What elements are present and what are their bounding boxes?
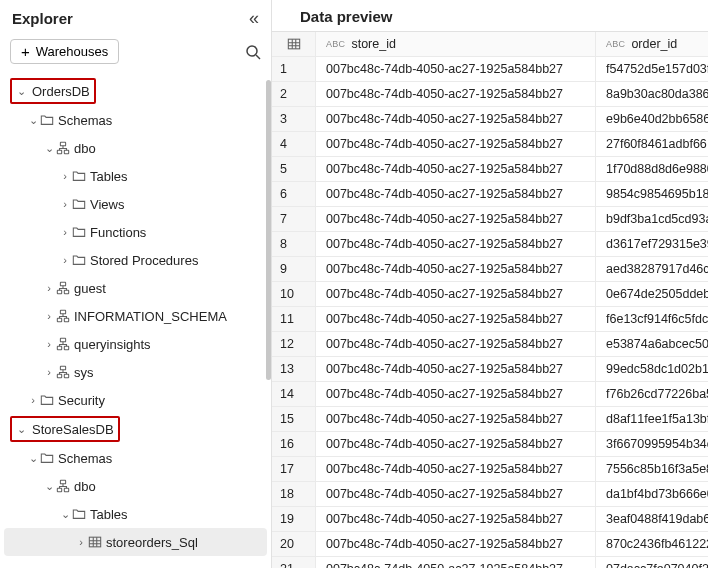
column-header-store-id[interactable]: ABC store_id <box>316 32 596 56</box>
table-row[interactable]: 7007bc48c-74db-4050-ac27-1925a584bb27b9d… <box>272 207 708 232</box>
cell-store-id[interactable]: 007bc48c-74db-4050-ac27-1925a584bb27 <box>316 57 596 81</box>
tree-node-tables[interactable]: › Tables <box>4 162 267 190</box>
cell-order-id[interactable]: aed38287917d46c0 <box>596 257 708 281</box>
tree-node-functions[interactable]: › Functions <box>4 218 267 246</box>
cell-store-id[interactable]: 007bc48c-74db-4050-ac27-1925a584bb27 <box>316 482 596 506</box>
cell-order-id[interactable]: da1bf4bd73b666e0 <box>596 482 708 506</box>
table-row[interactable]: 8007bc48c-74db-4050-ac27-1925a584bb27d36… <box>272 232 708 257</box>
cell-store-id[interactable]: 007bc48c-74db-4050-ac27-1925a584bb27 <box>316 557 596 568</box>
cell-store-id[interactable]: 007bc48c-74db-4050-ac27-1925a584bb27 <box>316 307 596 331</box>
cell-order-id[interactable]: 27f60f8461adbf66 <box>596 132 708 156</box>
cell-store-id[interactable]: 007bc48c-74db-4050-ac27-1925a584bb27 <box>316 507 596 531</box>
table-icon <box>287 37 301 51</box>
cell-order-id[interactable]: 99edc58dc1d02b11 <box>596 357 708 381</box>
table-row[interactable]: 5007bc48c-74db-4050-ac27-1925a584bb271f7… <box>272 157 708 182</box>
table-row[interactable]: 6007bc48c-74db-4050-ac27-1925a584bb27985… <box>272 182 708 207</box>
tree-node-queryinsights[interactable]: › queryinsights <box>4 330 267 358</box>
table-row[interactable]: 20007bc48c-74db-4050-ac27-1925a584bb2787… <box>272 532 708 557</box>
table-row[interactable]: 3007bc48c-74db-4050-ac27-1925a584bb27e9b… <box>272 107 708 132</box>
table-row[interactable]: 18007bc48c-74db-4050-ac27-1925a584bb27da… <box>272 482 708 507</box>
table-row[interactable]: 13007bc48c-74db-4050-ac27-1925a584bb2799… <box>272 357 708 382</box>
explorer-toolbar: + Warehouses <box>0 35 271 74</box>
tree-node-storesalesdb[interactable]: StoreSalesDB <box>32 422 114 437</box>
cell-store-id[interactable]: 007bc48c-74db-4050-ac27-1925a584bb27 <box>316 232 596 256</box>
cell-store-id[interactable]: 007bc48c-74db-4050-ac27-1925a584bb27 <box>316 332 596 356</box>
chevron-down-icon: ⌄ <box>26 114 40 127</box>
row-number: 14 <box>272 382 316 406</box>
tree-node-schemas-2[interactable]: ⌄ Schemas <box>4 444 267 472</box>
tree-node-dbo-2[interactable]: ⌄ dbo <box>4 472 267 500</box>
cell-store-id[interactable]: 007bc48c-74db-4050-ac27-1925a584bb27 <box>316 282 596 306</box>
tree-node-tables-2[interactable]: ⌄ Tables <box>4 500 267 528</box>
cell-store-id[interactable]: 007bc48c-74db-4050-ac27-1925a584bb27 <box>316 357 596 381</box>
tree-node-schemas[interactable]: ⌄ Schemas <box>4 106 267 134</box>
cell-store-id[interactable]: 007bc48c-74db-4050-ac27-1925a584bb27 <box>316 532 596 556</box>
cell-order-id[interactable]: d3617ef729315e39 <box>596 232 708 256</box>
cell-order-id[interactable]: f76b26cd77226ba5 <box>596 382 708 406</box>
cell-order-id[interactable]: f54752d5e157d03f6 <box>596 57 708 81</box>
schema-icon <box>56 479 70 493</box>
tree-node-stored-procedures[interactable]: › Stored Procedures <box>4 246 267 274</box>
row-header-corner[interactable] <box>272 32 316 56</box>
cell-store-id[interactable]: 007bc48c-74db-4050-ac27-1925a584bb27 <box>316 207 596 231</box>
tree-node-ordersdb[interactable]: OrdersDB <box>32 84 90 99</box>
cell-store-id[interactable]: 007bc48c-74db-4050-ac27-1925a584bb27 <box>316 432 596 456</box>
cell-store-id[interactable]: 007bc48c-74db-4050-ac27-1925a584bb27 <box>316 132 596 156</box>
tree-node-views[interactable]: › Views <box>4 190 267 218</box>
row-number: 13 <box>272 357 316 381</box>
cell-order-id[interactable]: e9b6e40d2bb65861 <box>596 107 708 131</box>
cell-order-id[interactable]: e53874a6abcec503 <box>596 332 708 356</box>
tree-node-sys[interactable]: › sys <box>4 358 267 386</box>
cell-order-id[interactable]: 07dacc7fe07040f20 <box>596 557 708 568</box>
cell-store-id[interactable]: 007bc48c-74db-4050-ac27-1925a584bb27 <box>316 182 596 206</box>
svg-rect-13 <box>64 346 68 350</box>
tree-node-information-schema[interactable]: › INFORMATION_SCHEMA <box>4 302 267 330</box>
cell-store-id[interactable]: 007bc48c-74db-4050-ac27-1925a584bb27 <box>316 382 596 406</box>
collapse-panel-icon[interactable]: « <box>249 8 259 29</box>
cell-order-id[interactable]: 1f70d88d8d6e9880 <box>596 157 708 181</box>
table-row[interactable]: 15007bc48c-74db-4050-ac27-1925a584bb27d8… <box>272 407 708 432</box>
tree-node-guest[interactable]: › guest <box>4 274 267 302</box>
cell-order-id[interactable]: 8a9b30ac80da3860 <box>596 82 708 106</box>
cell-order-id[interactable]: 9854c9854695b185 <box>596 182 708 206</box>
cell-store-id[interactable]: 007bc48c-74db-4050-ac27-1925a584bb27 <box>316 82 596 106</box>
chevron-down-icon[interactable]: ⌄ <box>14 85 28 98</box>
search-icon[interactable] <box>245 44 261 60</box>
cell-order-id[interactable]: f6e13cf914f6c5fdcb <box>596 307 708 331</box>
chevron-down-icon: ⌄ <box>58 508 72 521</box>
table-row[interactable]: 12007bc48c-74db-4050-ac27-1925a584bb27e5… <box>272 332 708 357</box>
table-row[interactable]: 16007bc48c-74db-4050-ac27-1925a584bb273f… <box>272 432 708 457</box>
cell-store-id[interactable]: 007bc48c-74db-4050-ac27-1925a584bb27 <box>316 257 596 281</box>
cell-order-id[interactable]: b9df3ba1cd5cd93a <box>596 207 708 231</box>
table-row[interactable]: 21007bc48c-74db-4050-ac27-1925a584bb2707… <box>272 557 708 568</box>
table-row[interactable]: 10007bc48c-74db-4050-ac27-1925a584bb270e… <box>272 282 708 307</box>
table-row[interactable]: 4007bc48c-74db-4050-ac27-1925a584bb2727f… <box>272 132 708 157</box>
row-number: 10 <box>272 282 316 306</box>
cell-store-id[interactable]: 007bc48c-74db-4050-ac27-1925a584bb27 <box>316 107 596 131</box>
cell-order-id[interactable]: 0e674de2505ddeb <box>596 282 708 306</box>
add-warehouses-button[interactable]: + Warehouses <box>10 39 119 64</box>
cell-order-id[interactable]: 3eaf0488f419dab6 <box>596 507 708 531</box>
table-row[interactable]: 9007bc48c-74db-4050-ac27-1925a584bb27aed… <box>272 257 708 282</box>
table-row[interactable]: 19007bc48c-74db-4050-ac27-1925a584bb273e… <box>272 507 708 532</box>
tree-node-dbo[interactable]: ⌄ dbo <box>4 134 267 162</box>
column-header-order-id[interactable]: ABC order_id <box>596 32 708 56</box>
row-number: 16 <box>272 432 316 456</box>
tree-node-storeorders-sql[interactable]: › storeorders_Sql <box>4 528 267 556</box>
scrollbar[interactable] <box>266 80 271 380</box>
table-row[interactable]: 2007bc48c-74db-4050-ac27-1925a584bb278a9… <box>272 82 708 107</box>
chevron-right-icon: › <box>42 366 56 378</box>
table-row[interactable]: 1007bc48c-74db-4050-ac27-1925a584bb27f54… <box>272 57 708 82</box>
cell-order-id[interactable]: 7556c85b16f3a5e8 <box>596 457 708 481</box>
cell-order-id[interactable]: 870c2436fb461222 <box>596 532 708 556</box>
table-row[interactable]: 11007bc48c-74db-4050-ac27-1925a584bb27f6… <box>272 307 708 332</box>
tree-node-security[interactable]: › Security <box>4 386 267 414</box>
table-row[interactable]: 14007bc48c-74db-4050-ac27-1925a584bb27f7… <box>272 382 708 407</box>
cell-store-id[interactable]: 007bc48c-74db-4050-ac27-1925a584bb27 <box>316 157 596 181</box>
cell-store-id[interactable]: 007bc48c-74db-4050-ac27-1925a584bb27 <box>316 457 596 481</box>
cell-order-id[interactable]: 3f6670995954b34c <box>596 432 708 456</box>
table-row[interactable]: 17007bc48c-74db-4050-ac27-1925a584bb2775… <box>272 457 708 482</box>
cell-order-id[interactable]: d8af11fee1f5a13bf <box>596 407 708 431</box>
chevron-down-icon[interactable]: ⌄ <box>14 423 28 436</box>
cell-store-id[interactable]: 007bc48c-74db-4050-ac27-1925a584bb27 <box>316 407 596 431</box>
